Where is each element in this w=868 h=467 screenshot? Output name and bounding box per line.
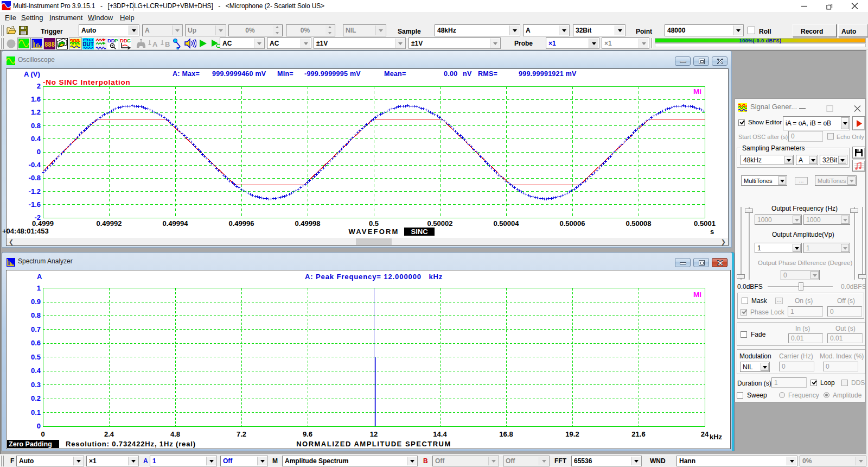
svg-text:DD: DD	[107, 38, 115, 43]
svg-text:999.9999460 mV: 999.9999460 mV	[212, 70, 266, 78]
svg-text:C: C	[127, 38, 131, 43]
svg-text:16.8: 16.8	[499, 430, 513, 438]
svg-text:0.2: 0.2	[31, 394, 41, 402]
svg-text:19.2: 19.2	[565, 430, 579, 438]
svg-text:1: 1	[37, 284, 41, 292]
svg-text:0.9: 0.9	[31, 298, 41, 306]
svg-text:Resolution: 0.732422Hz, 1Hz (r: Resolution: 0.732422Hz, 1Hz (real)	[66, 440, 196, 448]
svg-text:0.5: 0.5	[369, 219, 379, 228]
svg-text:24: 24	[701, 430, 709, 438]
svg-text:-1.6: -1.6	[29, 200, 41, 209]
svg-text:0.49994: 0.49994	[163, 219, 189, 228]
svg-text:0.4: 0.4	[31, 367, 41, 375]
svg-text:DUT: DUT	[82, 41, 94, 47]
svg-text:0.49998: 0.49998	[295, 219, 321, 228]
svg-text:s: s	[710, 228, 714, 236]
svg-text:A: A	[37, 273, 42, 281]
svg-text:0.4: 0.4	[31, 135, 41, 143]
svg-text:14.4: 14.4	[433, 430, 447, 438]
svg-text:0.49992: 0.49992	[97, 219, 122, 228]
svg-text:Mi: Mi	[693, 291, 701, 299]
svg-text:-1.2: -1.2	[29, 187, 41, 195]
svg-text:-No SINC Interpolation: -No SINC Interpolation	[43, 78, 131, 86]
svg-text:-999.9999995 mV: -999.9999995 mV	[304, 70, 361, 78]
svg-text:0.6: 0.6	[31, 339, 41, 347]
svg-text:SINC: SINC	[411, 228, 428, 236]
svg-text:0.50006: 0.50006	[560, 219, 585, 228]
svg-text:2: 2	[37, 82, 41, 90]
svg-text:999.99991921 mV: 999.99991921 mV	[519, 70, 577, 78]
svg-text:DD: DD	[120, 38, 127, 43]
svg-text:0.50002: 0.50002	[427, 219, 453, 228]
svg-text:1.2: 1.2	[31, 108, 41, 116]
svg-text:NORMALIZED AMPLITUDE SPECTRUM: NORMALIZED AMPLITUDE SPECTRUM	[296, 440, 451, 448]
svg-text:nV: nV	[463, 70, 472, 78]
svg-text:Zero Padding: Zero Padding	[9, 440, 52, 448]
svg-text:0.4999: 0.4999	[32, 219, 54, 228]
svg-text:kHz: kHz	[710, 433, 723, 441]
svg-text:Mi: Mi	[693, 87, 701, 96]
svg-text:0.3: 0.3	[31, 381, 41, 389]
svg-text:0.8: 0.8	[31, 311, 41, 319]
svg-text:0.50008: 0.50008	[626, 219, 652, 228]
svg-text:-0.4: -0.4	[29, 161, 41, 169]
svg-text:A: Peak Frequency= 12.000000: A: Peak Frequency= 12.000000 kHz	[305, 273, 443, 281]
svg-text:0.49996: 0.49996	[229, 219, 254, 228]
svg-text:0: 0	[41, 430, 44, 438]
svg-text:0.50004: 0.50004	[494, 219, 520, 228]
svg-text:0.1: 0.1	[31, 408, 41, 416]
svg-text:4.8: 4.8	[170, 430, 180, 438]
svg-text:P: P	[114, 38, 118, 43]
svg-text:A: A	[152, 40, 158, 48]
svg-text:0: 0	[37, 148, 41, 156]
svg-text:B: B	[165, 40, 170, 48]
svg-text:0.5: 0.5	[31, 353, 41, 361]
svg-text:21.6: 21.6	[631, 430, 645, 438]
svg-text:-0.8: -0.8	[29, 174, 41, 182]
svg-text:1.6: 1.6	[31, 95, 41, 103]
svg-text:0: 0	[37, 422, 41, 430]
svg-text:Mean=: Mean=	[384, 70, 406, 78]
svg-text:0.7: 0.7	[31, 325, 41, 333]
svg-text:RMS=: RMS=	[478, 70, 497, 78]
svg-text:0.8: 0.8	[31, 122, 41, 130]
svg-text:WAVEFORM: WAVEFORM	[348, 228, 399, 236]
svg-text:A (V): A (V)	[24, 70, 40, 78]
svg-text:888: 888	[44, 41, 55, 49]
svg-text:A: Max=: A: Max=	[173, 70, 200, 78]
svg-text:12: 12	[370, 430, 378, 438]
svg-text:7.2: 7.2	[237, 430, 246, 438]
svg-text:2.4: 2.4	[104, 430, 114, 438]
svg-text:9.6: 9.6	[303, 430, 312, 438]
svg-text:0.00: 0.00	[444, 70, 457, 78]
svg-text:MIn=: MIn=	[277, 70, 293, 78]
svg-text:0.5001: 0.5001	[694, 219, 716, 228]
